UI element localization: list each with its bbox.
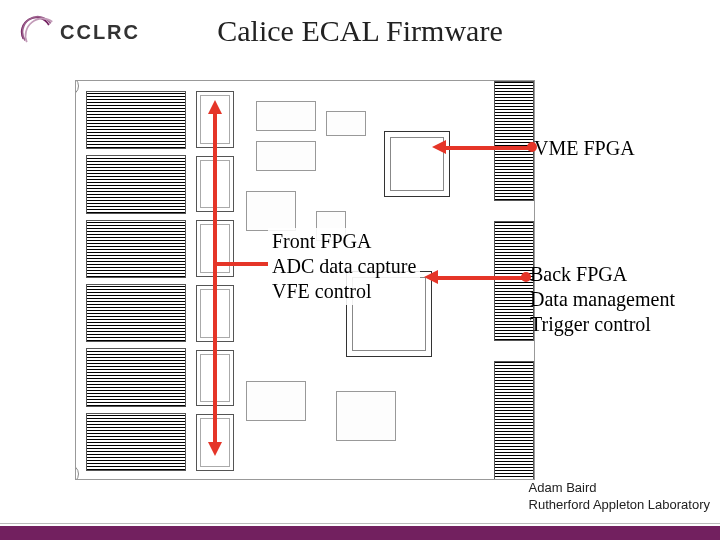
slide-title: Calice ECAL Firmware [0, 14, 720, 48]
arrow-to-vme-fpga [444, 144, 532, 150]
slide-footer: Adam Baird Rutherford Appleton Laborator… [529, 480, 710, 514]
front-connector-column [86, 91, 186, 471]
footer-rule [0, 523, 720, 524]
slide: CCLRC Calice ECAL Firmware [0, 0, 720, 540]
callout-line: Trigger control [530, 312, 675, 337]
misc-ic [246, 381, 306, 421]
callout-line: Front FPGA [272, 229, 416, 254]
callout-back: Back FPGA Data management Trigger contro… [530, 262, 675, 337]
board-front-panel [75, 81, 76, 479]
callout-line: ADC data capture [272, 254, 416, 279]
misc-ic [246, 191, 296, 231]
callout-line: Data management [530, 287, 675, 312]
misc-ic [336, 391, 396, 441]
footer-affiliation: Rutherford Appleton Laboratory [529, 497, 710, 514]
callout-front: Front FPGA ADC data capture VFE control [268, 228, 420, 305]
arrow-front-leader [216, 262, 268, 266]
misc-ic [326, 111, 366, 136]
callout-line: Back FPGA [530, 262, 675, 287]
arrow-front-fpga-span [208, 100, 222, 456]
misc-ic [256, 141, 316, 171]
footer-author: Adam Baird [529, 480, 710, 497]
callout-line: VME FPGA [534, 136, 635, 161]
misc-ic [256, 101, 316, 131]
callout-vme: VME FPGA [534, 136, 635, 161]
callout-line: VFE control [272, 279, 416, 304]
footer-bar [0, 526, 720, 540]
arrow-to-back-fpga [436, 274, 526, 280]
